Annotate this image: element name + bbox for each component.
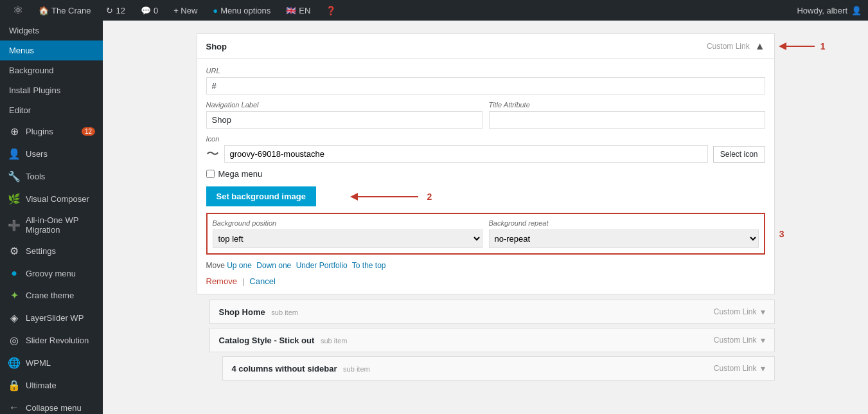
vc-icon: 🌿: [8, 193, 21, 205]
users-icon: 👤: [8, 148, 21, 160]
tools-icon: 🔧: [8, 170, 21, 183]
separator: |: [242, 276, 244, 286]
sidebar-item-users[interactable]: 👤 Users: [0, 143, 103, 165]
sidebar-item-groovy-menu[interactable]: ● Groovy menu: [0, 262, 103, 284]
under-portfolio-link[interactable]: Under Portfolio: [296, 261, 348, 270]
sub-panel-catalog-header[interactable]: Catalog Style - Stick out sub item Custo…: [210, 328, 774, 352]
install-plugins-label: Install Plugins: [9, 86, 60, 95]
sub-panel-4col-header[interactable]: 4 columns without sidebar sub item Custo…: [223, 357, 774, 380]
select-icon-button[interactable]: Select icon: [713, 146, 765, 163]
icon-row: Icon 〜 Select icon: [206, 135, 765, 163]
cancel-link[interactable]: Cancel: [249, 276, 275, 286]
lang-item[interactable]: 🇬🇧 EN: [279, 0, 317, 21]
sub-catalog-meta: Custom Link ▾: [714, 335, 765, 345]
bg-selects-wrapper: Background position top lefttop centerto…: [206, 213, 765, 255]
annotation-2-num: 2: [427, 192, 432, 202]
sub-catalog-sublabel: sub item: [321, 337, 348, 345]
sidebar-item-install-plugins[interactable]: Install Plugins: [0, 80, 103, 100]
lang-flag-icon: 🇬🇧: [286, 6, 296, 15]
wpml-icon: 🌐: [8, 357, 21, 369]
nav-label-label: Navigation Label: [206, 101, 483, 109]
admin-bar: ⚛ 🏠 The Crane ↻ 12 💬 0 + New ● Menu opti…: [0, 0, 868, 21]
sidebar-item-background[interactable]: Background: [0, 60, 103, 80]
arrow-1-svg: [779, 40, 818, 53]
sidebar-item-editor[interactable]: Editor: [0, 100, 103, 120]
new-item[interactable]: + New: [167, 0, 204, 21]
sub-shop-home-meta: Custom Link ▾: [714, 307, 765, 317]
url-input[interactable]: [206, 77, 765, 94]
site-name-item[interactable]: 🏠 The Crane: [32, 0, 97, 21]
sub-shop-home-arrow[interactable]: ▾: [761, 307, 765, 317]
new-label: + New: [173, 6, 197, 15]
bg-repeat-select[interactable]: no-repeatrepeatrepeat-xrepeat-y: [489, 230, 759, 248]
to-the-top-link[interactable]: To the top: [352, 261, 386, 270]
annotation-1-num: 1: [820, 41, 826, 51]
comments-item[interactable]: 💬 0: [134, 0, 164, 21]
ultimate-label: Ultimate: [26, 381, 57, 390]
sub-shop-home-title: Shop Home: [219, 307, 265, 317]
sub-4col-arrow[interactable]: ▾: [761, 363, 765, 374]
sidebar-item-menus[interactable]: Menus: [0, 40, 103, 60]
sidebar-item-all-in-one[interactable]: ➕ All-in-One WP Migration: [0, 210, 103, 240]
bg-position-select[interactable]: top lefttop centertop rightcenter leftce…: [213, 230, 483, 248]
layer-slider-label: LayerSlider WP: [26, 313, 84, 323]
widgets-label: Widgets: [9, 26, 39, 35]
nav-title-row: Navigation Label Title Attribute: [206, 101, 765, 129]
nav-label-col: Navigation Label: [206, 101, 483, 129]
mega-menu-checkbox[interactable]: [206, 170, 215, 178]
comments-icon: 💬: [141, 6, 151, 15]
icon-input[interactable]: [224, 145, 708, 163]
menu-options-label: Menu options: [220, 6, 270, 15]
menu-options-item[interactable]: ● Menu options: [206, 0, 277, 21]
sidebar-item-visual-composer[interactable]: 🌿 Visual Composer: [0, 188, 103, 210]
title-attr-input[interactable]: [489, 111, 765, 129]
arrow-2-svg: [348, 190, 425, 203]
updates-item[interactable]: ↻ 12: [100, 0, 131, 21]
up-one-link[interactable]: Up one: [227, 261, 252, 270]
main-content: Shop Custom Link ▲: [103, 21, 868, 414]
collapse-icon: ←: [8, 402, 21, 413]
plugins-icon: ⊕: [8, 125, 21, 138]
bg-repeat-col: Background repeat no-repeatrepeatrepeat-…: [489, 219, 759, 248]
sidebar-item-slider-revolution[interactable]: ◎ Slider Revolution: [0, 329, 103, 352]
wpml-label: WPML: [26, 358, 51, 368]
sidebar-item-plugins[interactable]: ⊕ Plugins 12: [0, 120, 103, 143]
comments-count: 0: [154, 6, 158, 15]
settings-icon: ⚙: [8, 245, 21, 257]
sub-4col-meta: Custom Link ▾: [714, 363, 765, 374]
url-row: URL: [206, 67, 765, 94]
icon-preview: 〜: [206, 145, 219, 163]
sidebar-item-widgets[interactable]: Widgets: [0, 21, 103, 40]
sidebar: Widgets Menus Background Install Plugins…: [0, 21, 103, 414]
sidebar-item-settings[interactable]: ⚙ Settings: [0, 240, 103, 262]
menus-label: Menus: [9, 46, 34, 55]
sidebar-item-crane-theme[interactable]: ✦ Crane theme: [0, 284, 103, 307]
sidebar-item-layer-slider[interactable]: ◈ LayerSlider WP: [0, 307, 103, 329]
ultimate-icon: 🔒: [8, 379, 21, 392]
wp-logo[interactable]: ⚛: [6, 0, 30, 21]
sidebar-item-tools[interactable]: 🔧 Tools: [0, 165, 103, 188]
sub-panel-shop-home-header[interactable]: Shop Home sub item Custom Link ▾: [210, 300, 774, 323]
shop-panel-collapse-icon[interactable]: ▲: [755, 40, 765, 52]
help-item[interactable]: ❓: [319, 0, 342, 21]
updates-icon: ↻: [106, 6, 113, 15]
set-bg-button[interactable]: Set background image: [206, 186, 316, 206]
shop-panel-header[interactable]: Shop Custom Link ▲: [197, 34, 774, 59]
sub-shop-home-metalabel: Custom Link: [714, 307, 757, 316]
remove-link[interactable]: Remove: [206, 276, 237, 286]
updates-count: 12: [116, 6, 125, 15]
sub-catalog-arrow[interactable]: ▾: [761, 335, 765, 345]
shop-panel-body: URL Navigation Label Title Attribute: [197, 59, 774, 294]
move-row: Move Up one Down one Under Portfolio To …: [206, 261, 765, 270]
nav-label-input[interactable]: [206, 111, 483, 129]
aio-icon: ➕: [8, 219, 21, 231]
set-bg-area: Set background image: [206, 186, 765, 213]
editor-label: Editor: [9, 105, 31, 115]
sidebar-item-wpml[interactable]: 🌐 WPML: [0, 352, 103, 374]
background-label: Background: [9, 66, 53, 75]
down-one-link[interactable]: Down one: [256, 261, 291, 270]
mega-menu-label: Mega menu: [218, 169, 263, 179]
layer-slider-icon: ◈: [8, 312, 21, 324]
sidebar-item-collapse[interactable]: ← Collapse menu: [0, 397, 103, 414]
sidebar-item-ultimate[interactable]: 🔒 Ultimate: [0, 374, 103, 397]
